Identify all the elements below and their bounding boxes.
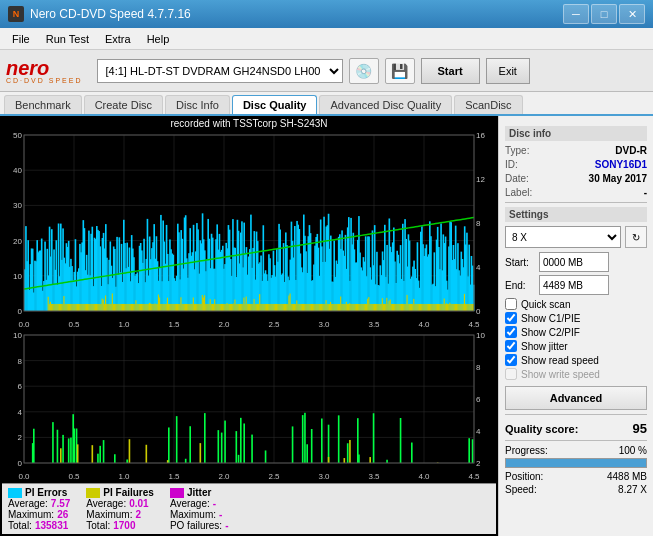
tab-disc-info[interactable]: Disc Info xyxy=(165,95,230,114)
quick-scan-checkbox[interactable] xyxy=(505,298,517,310)
show-jitter-checkbox[interactable] xyxy=(505,340,517,352)
nero-logo: nero CD·DVD SPEED xyxy=(6,58,83,84)
speed-settings-row: 8 X Maximum 4 X 12 X 16 X ↻ xyxy=(505,226,647,248)
position-row: Position: 4488 MB xyxy=(505,471,647,482)
advanced-button[interactable]: Advanced xyxy=(505,386,647,410)
tab-bar: Benchmark Create Disc Disc Info Disc Qua… xyxy=(0,92,653,116)
settings-title: Settings xyxy=(505,207,647,222)
disc-label-row: Label: - xyxy=(505,187,647,198)
progress-bar-fill xyxy=(506,459,646,467)
pi-failures-color xyxy=(86,488,100,498)
progress-label: Progress: xyxy=(505,445,548,456)
start-input[interactable] xyxy=(539,252,609,272)
divider-3 xyxy=(505,440,647,441)
start-button[interactable]: Start xyxy=(421,58,480,84)
quality-score-label: Quality score: xyxy=(505,423,578,435)
quick-scan-label: Quick scan xyxy=(521,299,570,310)
show-c1pie-checkbox[interactable] xyxy=(505,312,517,324)
show-c1pie-label: Show C1/PIE xyxy=(521,313,580,324)
speed-select[interactable]: 8 X Maximum 4 X 12 X 16 X xyxy=(505,226,621,248)
show-write-speed-row: Show write speed xyxy=(505,368,647,380)
close-button[interactable]: ✕ xyxy=(619,4,645,24)
quick-scan-row: Quick scan xyxy=(505,298,647,310)
show-write-speed-checkbox[interactable] xyxy=(505,368,517,380)
right-panel: Disc info Type: DVD-R ID: SONY16D1 Date:… xyxy=(498,116,653,536)
speed-value: 8.27 X xyxy=(618,484,647,495)
refresh-button[interactable]: ↻ xyxy=(625,226,647,248)
menu-help[interactable]: Help xyxy=(139,31,178,47)
show-c2pif-checkbox[interactable] xyxy=(505,326,517,338)
disc-id-row: ID: SONY16D1 xyxy=(505,159,647,170)
progress-row: Progress: 100 % xyxy=(505,445,647,456)
progress-bar xyxy=(505,458,647,468)
end-mb-row: End: xyxy=(505,275,647,295)
divider-1 xyxy=(505,202,647,203)
show-c2pif-row: Show C2/PIF xyxy=(505,326,647,338)
tab-scan-disc[interactable]: ScanDisc xyxy=(454,95,522,114)
drive-selector[interactable]: [4:1] HL-DT-ST DVDRAM GH24NSD0 LH00 xyxy=(97,59,343,83)
legend-jitter: Jitter Average: - Maximum: - PO failures… xyxy=(170,487,229,531)
show-read-speed-row: Show read speed xyxy=(505,354,647,366)
menu-bar: File Run Test Extra Help xyxy=(0,28,653,50)
title-bar: N Nero CD-DVD Speed 4.7.7.16 ─ □ ✕ xyxy=(0,0,653,28)
disc-type-row: Type: DVD-R xyxy=(505,145,647,156)
tab-disc-quality[interactable]: Disc Quality xyxy=(232,95,318,114)
show-read-speed-label: Show read speed xyxy=(521,355,599,366)
end-input[interactable] xyxy=(539,275,609,295)
main-content: recorded with TSSTcorp SH-S243N PI Error… xyxy=(0,116,653,536)
tab-benchmark[interactable]: Benchmark xyxy=(4,95,82,114)
progress-value: 100 % xyxy=(619,445,647,456)
exit-button[interactable]: Exit xyxy=(486,58,530,84)
maximize-button[interactable]: □ xyxy=(591,4,617,24)
legend-pi-errors: PI Errors Average: 7.57 Maximum: 26 Tota… xyxy=(8,487,70,531)
window-controls: ─ □ ✕ xyxy=(563,4,645,24)
tab-create-disc[interactable]: Create Disc xyxy=(84,95,163,114)
bottom-chart xyxy=(2,331,496,481)
show-read-speed-checkbox[interactable] xyxy=(505,354,517,366)
menu-run-test[interactable]: Run Test xyxy=(38,31,97,47)
quality-score-row: Quality score: 95 xyxy=(505,421,647,436)
tab-advanced-disc-quality[interactable]: Advanced Disc Quality xyxy=(319,95,452,114)
divider-2 xyxy=(505,414,647,415)
top-chart xyxy=(2,131,496,329)
menu-extra[interactable]: Extra xyxy=(97,31,139,47)
show-c2pif-label: Show C2/PIF xyxy=(521,327,580,338)
app-icon: N xyxy=(8,6,24,22)
quality-score-value: 95 xyxy=(633,421,647,436)
pi-errors-color xyxy=(8,488,22,498)
save-button[interactable]: 💾 xyxy=(385,58,415,84)
toolbar: nero CD·DVD SPEED [4:1] HL-DT-ST DVDRAM … xyxy=(0,50,653,92)
legend-pi-failures: PI Failures Average: 0.01 Maximum: 2 Tot… xyxy=(86,487,154,531)
show-jitter-row: Show jitter xyxy=(505,340,647,352)
disc-info-title: Disc info xyxy=(505,126,647,141)
disc-date-row: Date: 30 May 2017 xyxy=(505,173,647,184)
show-jitter-label: Show jitter xyxy=(521,341,568,352)
minimize-button[interactable]: ─ xyxy=(563,4,589,24)
jitter-color xyxy=(170,488,184,498)
chart-title: recorded with TSSTcorp SH-S243N xyxy=(2,118,496,129)
window-title: Nero CD-DVD Speed 4.7.7.16 xyxy=(30,7,191,21)
drive-icon-button[interactable]: 💿 xyxy=(349,58,379,84)
menu-file[interactable]: File xyxy=(4,31,38,47)
show-c1pie-row: Show C1/PIE xyxy=(505,312,647,324)
speed-row: Speed: 8.27 X xyxy=(505,484,647,495)
show-write-speed-label: Show write speed xyxy=(521,369,600,380)
position-label: Position: xyxy=(505,471,543,482)
start-mb-row: Start: xyxy=(505,252,647,272)
speed-label: Speed: xyxy=(505,484,537,495)
position-value: 4488 MB xyxy=(607,471,647,482)
